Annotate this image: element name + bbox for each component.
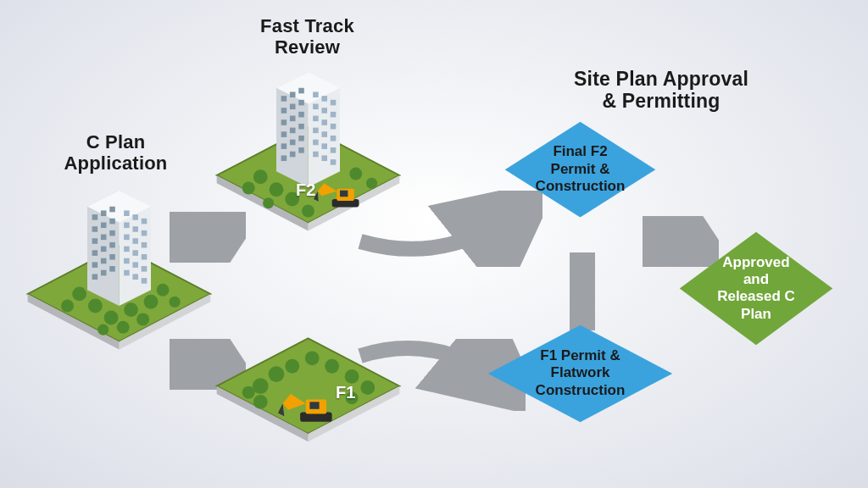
svg-rect-33: [124, 258, 130, 264]
svg-point-121: [360, 380, 375, 395]
svg-rect-23: [142, 219, 147, 225]
svg-point-10: [124, 302, 138, 317]
svg-rect-101: [281, 143, 287, 149]
svg-rect-77: [313, 116, 319, 122]
svg-rect-76: [331, 112, 337, 118]
svg-rect-36: [124, 270, 130, 276]
svg-rect-99: [290, 128, 296, 134]
svg-rect-31: [132, 250, 138, 256]
svg-rect-40: [101, 210, 107, 216]
svg-rect-105: [290, 152, 296, 158]
svg-rect-72: [321, 96, 327, 102]
svg-point-61: [270, 182, 284, 197]
svg-point-8: [88, 299, 103, 313]
svg-rect-91: [298, 88, 304, 94]
heading-c-plan-application: C PlanApplication: [37, 131, 194, 175]
svg-rect-30: [124, 247, 130, 252]
svg-rect-38: [142, 278, 147, 284]
svg-rect-94: [298, 100, 304, 106]
svg-rect-102: [290, 140, 296, 146]
svg-rect-48: [92, 250, 98, 256]
svg-point-115: [285, 359, 299, 374]
node-c-plan-application: [24, 191, 214, 350]
svg-rect-97: [298, 112, 304, 118]
svg-point-119: [253, 395, 268, 409]
svg-rect-98: [281, 131, 287, 137]
svg-rect-43: [101, 223, 107, 229]
node-final-f2-permit: Final F2 Permit & Construction: [502, 119, 659, 220]
plot-caption-f2: F2: [296, 180, 315, 200]
svg-point-116: [305, 351, 320, 365]
svg-rect-56: [109, 266, 115, 272]
svg-point-120: [242, 386, 255, 399]
svg-rect-39: [92, 214, 98, 220]
svg-rect-79: [331, 124, 337, 130]
svg-point-9: [104, 311, 119, 325]
svg-rect-24: [124, 223, 130, 229]
svg-rect-83: [313, 140, 319, 146]
svg-point-63: [242, 181, 255, 194]
svg-rect-32: [142, 254, 147, 260]
svg-point-15: [117, 321, 130, 334]
svg-rect-73: [331, 100, 337, 106]
svg-rect-89: [281, 96, 287, 102]
svg-rect-52: [101, 258, 107, 264]
svg-rect-42: [92, 226, 98, 232]
svg-rect-109: [340, 191, 348, 197]
svg-rect-45: [92, 238, 98, 244]
svg-point-14: [136, 313, 149, 325]
svg-point-67: [263, 197, 274, 208]
svg-rect-95: [281, 119, 287, 125]
svg-point-13: [157, 284, 170, 297]
svg-point-16: [97, 324, 108, 336]
svg-point-113: [253, 378, 269, 394]
svg-rect-104: [281, 155, 287, 161]
svg-rect-93: [290, 104, 296, 110]
svg-rect-71: [313, 92, 319, 97]
svg-rect-49: [101, 247, 107, 252]
svg-rect-85: [331, 147, 337, 153]
svg-rect-82: [331, 136, 337, 141]
diamond-label: Final F2 Permit & Construction: [536, 144, 626, 196]
svg-point-65: [366, 178, 377, 189]
svg-point-60: [253, 169, 268, 184]
building-icon: [87, 191, 151, 306]
svg-rect-37: [132, 274, 138, 280]
svg-rect-25: [132, 226, 138, 232]
svg-rect-50: [109, 242, 115, 248]
node-approved-c-plan: Approved and Released C Plan: [676, 229, 836, 348]
svg-rect-55: [101, 270, 107, 276]
heading-text: Fast TrackReview: [260, 15, 354, 58]
svg-point-12: [61, 299, 74, 312]
svg-rect-46: [101, 235, 107, 241]
svg-rect-106: [298, 147, 304, 153]
svg-point-7: [72, 286, 86, 301]
svg-rect-80: [313, 128, 319, 134]
svg-rect-53: [109, 254, 115, 260]
diamond-label: F1 Permit & Flatwork Construction: [532, 347, 628, 399]
svg-rect-35: [142, 266, 147, 272]
svg-rect-90: [290, 92, 296, 97]
svg-rect-21: [124, 210, 130, 216]
node-f1-permit: F1 Permit & Flatwork Construction: [485, 322, 676, 425]
svg-rect-74: [313, 104, 319, 110]
heading-text: C PlanApplication: [64, 131, 168, 174]
svg-rect-96: [290, 116, 296, 122]
plot-caption-f1: F1: [336, 383, 355, 402]
svg-rect-26: [142, 230, 147, 236]
diamond-label: Approved and Released C Plan: [716, 254, 796, 324]
svg-rect-41: [109, 207, 115, 213]
svg-rect-84: [321, 143, 327, 149]
svg-rect-81: [321, 131, 327, 137]
svg-rect-78: [321, 119, 327, 125]
svg-point-118: [345, 369, 359, 384]
svg-rect-88: [331, 159, 337, 165]
svg-rect-34: [132, 262, 138, 268]
svg-rect-28: [132, 238, 138, 244]
svg-rect-87: [321, 155, 327, 161]
svg-rect-92: [281, 108, 287, 114]
svg-point-11: [144, 295, 159, 309]
svg-point-64: [349, 168, 362, 180]
svg-rect-125: [309, 402, 319, 408]
svg-rect-27: [124, 235, 130, 241]
